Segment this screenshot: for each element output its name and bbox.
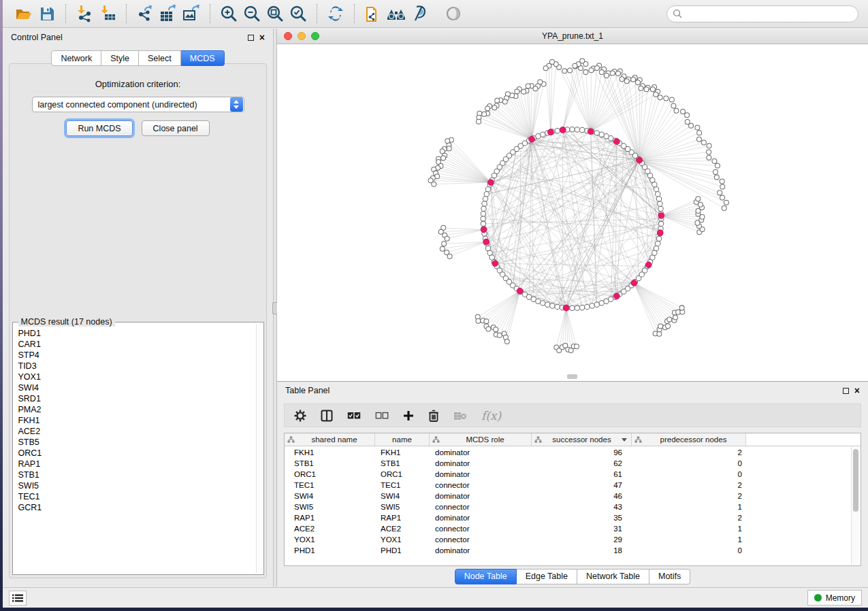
mcds-result-item[interactable]: SRD1 [14,393,255,404]
table-row[interactable]: STB1STB1dominator620 [285,458,851,469]
zoom-out-icon[interactable] [240,3,263,24]
mcds-result-item[interactable]: YOX1 [14,371,255,382]
table-cell: PHD1 [285,546,375,555]
network-hscroll-thumb[interactable] [567,374,577,379]
show-task-history-button[interactable] [9,591,27,606]
table-row[interactable]: ACE2ACE2connector311 [285,523,851,534]
zoom-in-icon[interactable] [217,3,240,24]
tab-motifs[interactable]: Motifs [649,569,690,584]
table-cell: 43 [532,503,632,511]
mcds-result-item[interactable]: STP4 [14,350,255,361]
mcds-result-item[interactable]: ORC1 [14,448,255,459]
optimization-criterion-select[interactable]: largest connected component (undirected) [32,97,244,112]
column-header-successor-nodes[interactable]: successor nodes [532,433,632,446]
memory-button[interactable]: Memory [807,590,862,606]
zoom-fit-icon[interactable] [263,3,287,24]
table-cell: 0 [632,459,746,467]
network-canvas[interactable] [277,44,868,381]
search-network-icon[interactable] [385,3,408,24]
mcds-result-item[interactable]: TID3 [14,361,255,371]
window-close-icon[interactable] [284,32,292,40]
mcds-result-item[interactable]: PHD1 [14,328,255,339]
create-column-icon[interactable] [403,410,414,421]
mcds-result-list: PHD1CAR1STP4TID3YOX1SWI4SRD1PMA2FKH1ACE2… [14,328,255,573]
tab-edge-table[interactable]: Edge Table [517,569,577,584]
table-row[interactable]: SWI5SWI5connector431 [285,501,851,512]
network-window-titlebar[interactable]: YPA_prune.txt_1 [277,29,868,44]
open-session-icon[interactable] [12,3,35,24]
table-row[interactable]: FKH1FKH1dominator962 [285,447,851,458]
tab-network-table[interactable]: Network Table [577,569,649,584]
import-table-icon[interactable] [96,3,119,24]
table-cell: SWI5 [285,503,375,511]
mcds-list-scrollbar[interactable] [256,324,262,573]
table-row[interactable]: ORC1ORC1dominator610 [285,469,851,480]
import-network-icon[interactable] [73,3,96,24]
mcds-result-item[interactable]: STB5 [14,437,255,448]
tab-network[interactable]: Network [51,50,101,66]
save-session-icon[interactable] [35,3,59,24]
close-table-panel-icon[interactable]: × [854,387,860,394]
table-row[interactable]: TEC1TEC1connector472 [285,480,851,491]
table-row[interactable]: PHD1PHD1dominator180 [285,545,851,556]
delete-table-icon[interactable] [453,411,467,420]
column-header-mcds-role[interactable]: MCDS role [430,433,532,446]
memory-label: Memory [826,593,855,603]
sort-descending-icon [622,438,627,442]
table-scrollbar-thumb[interactable] [853,449,858,512]
mcds-result-item[interactable]: SWI5 [14,480,255,491]
mcds-result-item[interactable]: CAR1 [14,339,255,350]
share-document-icon[interactable] [361,3,385,24]
network-column-icon [534,436,542,443]
column-header-shared-name[interactable]: shared name [285,433,375,446]
tab-mcds[interactable]: MCDS [181,50,225,66]
table-cell: RAP1 [285,514,375,522]
show-column-icon[interactable] [321,410,333,422]
hide-graphics-details-icon[interactable] [408,3,431,24]
show-graphics-details-icon[interactable] [442,3,465,24]
function-builder-icon[interactable]: f(x) [481,409,501,423]
search-input[interactable] [682,9,852,18]
close-panel-icon[interactable]: × [259,34,265,41]
network-search-box[interactable] [666,5,858,22]
unselect-all-columns-icon[interactable] [375,412,389,420]
refresh-layout-icon[interactable] [324,3,347,24]
mcds-result-item[interactable]: SWI4 [14,382,255,393]
mcds-result-item[interactable]: RAP1 [14,459,255,469]
mcds-result-item[interactable]: STB1 [14,469,255,480]
window-minimize-icon[interactable] [298,32,306,40]
float-panel-icon[interactable] [248,35,254,41]
table-cell: connector [430,535,532,544]
column-header-name[interactable]: name [375,433,430,446]
main-toolbar [3,0,868,28]
close-panel-button[interactable]: Close panel [142,120,210,136]
mcds-result-item[interactable]: PMA2 [14,404,255,415]
export-table-icon[interactable] [157,3,180,24]
table-row[interactable]: SWI4SWI4dominator462 [285,491,851,501]
table-cell: STB1 [375,459,430,467]
column-header-predecessor-nodes[interactable]: predecessor nodes [632,433,746,446]
toolbar-separator [126,4,127,23]
network-graph[interactable] [277,44,868,381]
table-cell: 31 [532,525,632,533]
table-row[interactable]: RAP1RAP1dominator352 [285,512,851,523]
tab-node-table[interactable]: Node Table [455,569,517,584]
tab-select[interactable]: Select [139,50,181,66]
tab-style[interactable]: Style [101,50,139,66]
run-mcds-button[interactable]: Run MCDS [66,120,132,136]
mcds-result-item[interactable]: ACE2 [14,426,255,437]
table-scrollbar[interactable] [851,447,860,565]
delete-column-trash-icon[interactable] [428,410,439,422]
mcds-result-item[interactable]: GCR1 [14,502,255,513]
export-image-icon[interactable] [180,3,203,24]
float-table-panel-icon[interactable] [843,388,849,394]
mcds-result-item[interactable]: FKH1 [14,415,255,426]
select-all-columns-icon[interactable] [347,412,361,420]
export-network-icon[interactable] [133,3,157,24]
table-settings-gear-icon[interactable] [294,410,306,422]
window-maximize-icon[interactable] [311,32,319,40]
mcds-result-item[interactable]: TEC1 [14,491,255,502]
zoom-selected-icon[interactable] [287,3,310,24]
table-cell: 46 [532,492,632,500]
table-row[interactable]: YOX1YOX1connector291 [285,534,851,545]
